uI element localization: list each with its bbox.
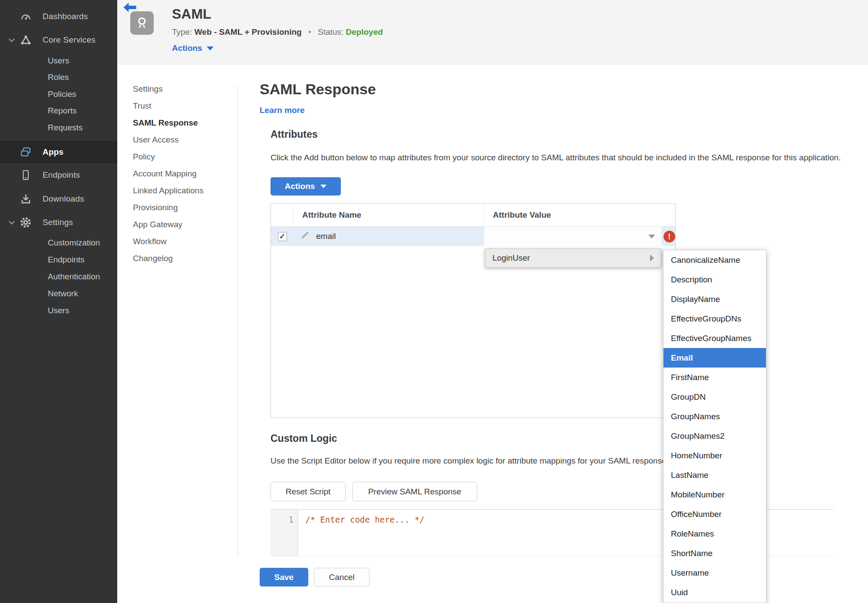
sidebar-item-users[interactable]: Users — [0, 53, 117, 69]
sidebar-item-customization[interactable]: Customization — [0, 235, 117, 251]
submenu-item[interactable]: Username — [663, 563, 766, 583]
sidebar-item-label: Settings — [43, 218, 73, 227]
app-icon — [130, 11, 154, 35]
sidebar-item-authentication[interactable]: Authentication — [0, 268, 117, 285]
attributes-description: Click the Add button below to map attrib… — [271, 153, 841, 162]
app-subnav: SettingsTrustSAML ResponseUser AccessPol… — [133, 80, 231, 267]
table-row: ✓ email ! — [271, 226, 675, 246]
submenu-item[interactable]: LastName — [663, 465, 766, 485]
sidebar-item-network[interactable]: Network — [0, 285, 117, 302]
status-badge: Deployed — [346, 27, 383, 36]
subnav-item[interactable]: Provisioning — [133, 199, 231, 216]
gauge-icon — [18, 11, 33, 23]
sidebar-item-core-services[interactable]: Core Services — [0, 30, 117, 50]
subnav-item[interactable]: Linked Applications — [133, 182, 231, 199]
sidebar-item-requests[interactable]: Requests — [0, 119, 117, 136]
submenu-item[interactable]: EffectiveGroupNames — [663, 328, 766, 348]
chevron-down-icon — [5, 219, 18, 226]
sidebar-item-endpoints[interactable]: Endpoints — [0, 166, 117, 185]
table-header-row: Attribute Name Attribute Value — [271, 204, 675, 226]
custom-logic-description: Use the Script Editor below if you requi… — [271, 456, 669, 466]
save-button[interactable]: Save — [260, 568, 308, 586]
subnav-item[interactable]: SAML Response — [133, 114, 231, 131]
submenu-item[interactable]: Description — [663, 270, 766, 289]
submenu-item[interactable]: GroupNames — [663, 407, 766, 426]
row-checkbox[interactable]: ✓ — [278, 232, 287, 241]
error-icon: ! — [663, 231, 675, 242]
subnav-item[interactable]: Account Mapping — [133, 165, 231, 182]
learn-more-link[interactable]: Learn more — [260, 106, 304, 115]
actions-button-label: Actions — [285, 182, 315, 191]
submenu-item[interactable]: CanonicalizeName — [663, 250, 766, 270]
attributes-table: Attribute Name Attribute Value ✓ email ! — [271, 203, 676, 418]
submenu-item[interactable]: Email — [663, 348, 766, 368]
sidebar-item-label: Dashboards — [43, 12, 88, 21]
submenu-item[interactable]: EffectiveGroupDNs — [663, 309, 766, 328]
checkbox-column-header — [271, 204, 294, 226]
sidebar-item-reports[interactable]: Reports — [0, 103, 117, 119]
edit-pencil-icon[interactable] — [300, 231, 310, 242]
subnav-item[interactable]: User Access — [133, 131, 231, 148]
attribute-name-header: Attribute Name — [294, 204, 484, 226]
editor-gutter: 1 — [271, 510, 298, 556]
submenu-item[interactable]: ShortName — [663, 543, 766, 563]
submenu-item[interactable]: OfficeNumber — [663, 504, 766, 524]
value-menu-loginuser[interactable]: LoginUser — [485, 248, 661, 268]
sidebar-item-apps[interactable]: Apps — [0, 141, 117, 163]
select-caret-icon — [648, 235, 655, 239]
subnav-item[interactable]: Changelog — [133, 250, 231, 267]
attribute-value-select[interactable] — [484, 227, 661, 246]
subnav-item[interactable]: Trust — [133, 97, 231, 114]
loginuser-label: LoginUser — [492, 253, 530, 263]
reset-script-button[interactable]: Reset Script — [271, 482, 346, 501]
submenu-item[interactable]: Uuid — [663, 583, 766, 602]
sidebar-item-settings[interactable]: Settings — [0, 213, 117, 232]
header-actions-dropdown[interactable]: Actions — [172, 43, 214, 53]
submenu-item[interactable]: MobileNumber — [663, 485, 766, 504]
sidebar-item-label: Core Services — [43, 35, 96, 45]
sidebar-item-endpoints-settings[interactable]: Endpoints — [0, 252, 117, 268]
submenu-arrow-icon — [650, 255, 654, 262]
editor-code[interactable]: /* Enter code here... */ — [305, 515, 425, 524]
attribute-name-value: email — [316, 232, 336, 241]
app-title: SAML — [172, 6, 211, 22]
type-value: Web - SAML + Provisioning — [195, 27, 302, 36]
sidebar: Dashboards Core Services Users Roles Pol… — [0, 0, 117, 603]
submenu-item[interactable]: RoleNames — [663, 524, 766, 543]
submenu-item[interactable]: HomeNumber — [663, 446, 766, 465]
apps-icon — [18, 146, 33, 158]
sidebar-item-users-settings[interactable]: Users — [0, 302, 117, 319]
subnav-item[interactable]: Policy — [133, 148, 231, 165]
gear-icon — [18, 216, 33, 229]
cancel-button[interactable]: Cancel — [314, 568, 370, 586]
submenu-item[interactable]: GroupNames2 — [663, 426, 766, 446]
sidebar-item-downloads[interactable]: Downloads — [0, 189, 117, 209]
submenu-item[interactable]: GroupDN — [663, 387, 766, 407]
attribute-value-submenu: CanonicalizeNameDescriptionDisplayNameEf… — [663, 250, 766, 603]
submenu-item[interactable]: FirstName — [663, 368, 766, 387]
sidebar-item-label: Apps — [43, 147, 63, 157]
type-label: Type: — [172, 27, 192, 36]
sidebar-item-dashboards[interactable]: Dashboards — [0, 7, 117, 26]
sidebar-item-roles[interactable]: Roles — [0, 69, 117, 86]
subnav-item[interactable]: Settings — [133, 80, 231, 97]
line-number: 1 — [289, 515, 294, 524]
page-title: SAML Response — [260, 81, 376, 98]
chevron-down-icon — [5, 36, 18, 44]
sidebar-item-policies[interactable]: Policies — [0, 86, 117, 103]
status-label: Status: — [318, 27, 343, 36]
sidebar-item-label: Endpoints — [43, 170, 80, 180]
caret-down-icon — [320, 185, 327, 188]
attributes-actions-button[interactable]: Actions — [271, 177, 341, 195]
phone-icon — [18, 169, 33, 181]
preview-saml-response-button[interactable]: Preview SAML Response — [352, 482, 477, 501]
attributes-heading: Attributes — [271, 129, 318, 140]
app-header: SAML Type: Web - SAML + Provisioning • S… — [117, 0, 868, 65]
custom-logic-heading: Custom Logic — [271, 433, 337, 444]
subnav-item[interactable]: Workflow — [133, 233, 231, 250]
sidebar-item-label: Downloads — [43, 194, 84, 204]
submenu-item[interactable]: DisplayName — [663, 289, 766, 309]
header-actions-label: Actions — [172, 43, 202, 53]
attribute-value-header: Attribute Value — [484, 204, 675, 226]
subnav-item[interactable]: App Gateway — [133, 216, 231, 233]
